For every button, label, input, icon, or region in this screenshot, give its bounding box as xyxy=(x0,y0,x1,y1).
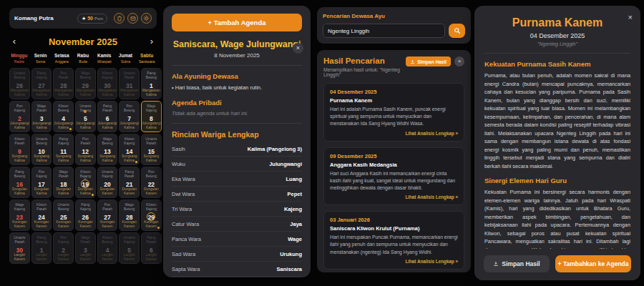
search-result-item[interactable]: 03 Januari 2026 Saniscara Kliwon Krulut … xyxy=(323,211,464,270)
search-result-item[interactable]: 04 Desember 2025 Purnama Kanem Hari ini … xyxy=(323,83,464,142)
calendar-day-cell[interactable]: Umanis Kajeng 5 Langkir Kanem xyxy=(119,232,140,264)
calendar-day-cell[interactable]: Pon Pasah 27 Kuningan Kanem xyxy=(97,199,118,231)
settings-button[interactable] xyxy=(141,13,152,24)
calendar-day-cell[interactable]: Paing Pasah 6 Langkir Kanem xyxy=(141,232,162,264)
view-full-analysis-link[interactable]: Lihat Analisis Lengkap » xyxy=(330,131,458,136)
calendar-day-cell[interactable]: Pon Kajeng 17 Dungulan Kalima xyxy=(31,167,52,198)
mail-button[interactable] xyxy=(127,13,138,24)
calendar-day-cell[interactable]: Umanis Kajeng 20 Dungulan Kanem xyxy=(97,167,118,198)
wuku-label: Sungsang xyxy=(98,154,117,159)
wuku-label: Warigadean xyxy=(32,89,52,93)
search-button[interactable] xyxy=(449,24,465,38)
view-full-analysis-link[interactable]: Lihat Analisis Lengkap » xyxy=(330,259,458,264)
sasih-label: Kanem xyxy=(54,225,73,229)
calendar-day-cell[interactable]: Paing Beteng 1 Warigadean Kalima xyxy=(141,68,162,99)
calendar-day-cell[interactable]: Kliwon Kajeng 14 Sungsang Kalima xyxy=(119,134,140,165)
calendar-day-cell[interactable]: Kliwon Pasah 9 Sungsang Kalima xyxy=(9,134,30,165)
chevron-right-icon[interactable]: › xyxy=(147,36,157,46)
triwara-label: Kajeng xyxy=(142,109,161,113)
calendar-day-cell[interactable]: Wage Beteng 28 Kuningan Kanem xyxy=(119,199,140,231)
weekday-name: Rabu xyxy=(73,53,93,58)
calendar-day-cell[interactable]: Pon Kajeng 2 Langkir Kanem xyxy=(53,232,74,264)
calendar-day-cell[interactable]: Pon Pasah 12 Sungsang Kalima xyxy=(75,134,96,165)
weekday-balinese-name: Soma xyxy=(31,59,51,64)
result-title: Anggara Kasih Medangsia xyxy=(330,162,458,168)
calendar-day-cell[interactable]: Paing Beteng 1 Langkir Kanem xyxy=(31,232,52,264)
result-date: 04 Desember 2025 xyxy=(330,89,458,95)
weekday-header: Jumat Sukra xyxy=(116,53,136,64)
triwara-label: Beteng xyxy=(142,174,161,179)
sasih-label: Kalima xyxy=(119,93,139,97)
add-to-agenda-button[interactable]: + Tambahkan ke Agenda xyxy=(555,255,631,272)
calendar-day-cell[interactable]: Paing Pasah 21 Dungulan Kanem xyxy=(119,167,140,198)
divider xyxy=(172,65,302,66)
triwara-label: Pasah xyxy=(142,142,161,146)
calendar-day-cell[interactable]: Pon Kajeng 2 Julungwangi Kalima xyxy=(9,101,30,132)
calendar-day-cell[interactable]: Kliwon Kajeng 30 Warigadean Kalima xyxy=(97,68,118,99)
calendar-day-cell[interactable]: Umanis Beteng 26 Warigadean Kalima xyxy=(9,68,30,99)
sasih-label: Kanem xyxy=(76,257,95,262)
calendar-day-cell[interactable]: Kliwon Pasah 24 Kuningan Kanem xyxy=(31,199,52,231)
close-icon[interactable]: × xyxy=(454,56,464,66)
chevron-left-icon[interactable]: ‹ xyxy=(9,36,19,46)
calendar-day-cell[interactable]: Paing Pasah 6 Julungwangi Kalima xyxy=(97,101,118,132)
calendar-day-cell[interactable]: Kliwon Beteng 4 Langkir Kanem xyxy=(97,232,118,264)
triwara-label: Kajeng xyxy=(32,76,52,80)
calendar-day-cell[interactable]: Umanis Pasah 30 Langkir Kanem xyxy=(9,232,30,264)
wariga-row: Wuku Julungwangi xyxy=(172,157,302,172)
wariga-row: Asta Wara Kala xyxy=(172,277,302,277)
triwara-label: Beteng xyxy=(10,174,29,179)
calendar-day-cell[interactable]: Pon Beteng 7 Julungwangi Kalima xyxy=(119,101,140,132)
user-bar: Komang Putra ★ 50 Poin xyxy=(9,8,157,29)
calendar-day-cell[interactable]: Pon Beteng 22 Dungulan Kanem xyxy=(141,167,162,198)
calendar-day-cell[interactable]: Paing Beteng 16 Dungulan Kalima xyxy=(9,167,30,198)
calendar-day-cell[interactable]: Umanis Kajeng 5 Julungwangi Kalima xyxy=(75,101,96,132)
save-results-button[interactable]: Simpan Hasil xyxy=(406,56,451,66)
calendar-day-cell[interactable]: Paing Kajeng 11 Sungsang Kalima xyxy=(53,134,74,165)
add-agenda-button[interactable]: + Tambah Agenda xyxy=(172,14,302,31)
clipboard-button[interactable] xyxy=(114,13,125,24)
calendar-day-cell[interactable]: Wage Pasah 18 Dungulan Kalima xyxy=(53,167,74,198)
wuku-label: Sungsang xyxy=(76,154,95,159)
close-icon[interactable]: × xyxy=(293,43,303,54)
sasih-label: Kanem xyxy=(76,225,95,229)
divider xyxy=(484,53,630,54)
calendar-day-cell[interactable]: Kliwon Beteng 4 Julungwangi Kalima xyxy=(53,101,74,132)
calendar-day-cell[interactable]: Umanis Pasah 31 Warigadean Kalima xyxy=(119,68,140,99)
calendar-day-cell[interactable]: Wage Kajeng 23 Kuningan Kanem xyxy=(9,199,30,231)
calendar-day-cell[interactable]: Umanis Pasah 15 Sungsang Kalima xyxy=(141,134,162,165)
triwara-label: Kajeng xyxy=(54,142,73,146)
wuku-label: Julungwangi xyxy=(54,122,73,126)
close-icon[interactable]: × xyxy=(628,13,633,21)
save-result-button[interactable]: Simpan Hasil xyxy=(484,255,550,272)
triwara-label: Kajeng xyxy=(10,109,29,113)
points-badge[interactable]: ★ 50 Poin xyxy=(77,14,107,24)
wuku-label: Sungsang xyxy=(10,154,29,159)
bullet-icon: • xyxy=(172,84,174,91)
calendar-day-cell[interactable]: Kliwon Beteng 19 Dungulan Kalima xyxy=(75,167,96,198)
calendar-day-cell[interactable]: Wage Pasah 3 Langkir Kanem xyxy=(75,232,96,264)
calendar-day-cell[interactable]: Umanis Beteng 25 Kuningan Kanem xyxy=(53,199,74,231)
calendar-day-cell[interactable]: Umanis Beteng 10 Sungsang Kalima xyxy=(31,134,52,165)
wariga-row: Sad Wara Urukung xyxy=(172,247,302,262)
analysis-date: 04 Desember 2025 xyxy=(484,32,630,39)
wuku-label: Dungulan xyxy=(54,187,73,192)
triwara-label: Pasah xyxy=(54,76,73,80)
wuku-label: Dungulan xyxy=(142,187,161,192)
star-icon: ★ xyxy=(82,16,86,21)
search-result-item[interactable]: 09 Desember 2025 Anggara Kasih Medangsia… xyxy=(323,147,464,206)
calendar-day-cell[interactable]: Wage Kajeng 8 Julungwangi Kalima xyxy=(141,101,162,132)
view-full-analysis-link[interactable]: Lihat Analisis Lengkap » xyxy=(330,194,458,199)
calendar-day-cell[interactable]: Paing Kajeng 27 Warigadean Kalima xyxy=(31,68,52,99)
wuku-label: Julungwangi xyxy=(142,122,161,126)
calendar-day-cell[interactable]: Paing Kajeng 26 Kuningan Kanem xyxy=(75,199,96,231)
sasih-label: Kanem xyxy=(10,225,29,229)
sasih-label: Kalima xyxy=(76,159,95,163)
wariga-value: Jaya xyxy=(290,221,302,227)
search-input[interactable] xyxy=(323,24,445,38)
calendar-day-cell[interactable]: Pon Pasah 28 Warigadean Kalima xyxy=(53,68,74,99)
calendar-day-cell[interactable]: Kliwon Kajeng 29 Kuningan Kanem xyxy=(141,199,162,231)
calendar-day-cell[interactable]: Wage Beteng 13 Sungsang Kalima xyxy=(97,134,118,165)
calendar-day-cell[interactable]: Wage Beteng 29 Warigadean Kalima xyxy=(75,68,96,99)
calendar-day-cell[interactable]: Wage Pasah 3 Julungwangi Kalima xyxy=(31,101,52,132)
